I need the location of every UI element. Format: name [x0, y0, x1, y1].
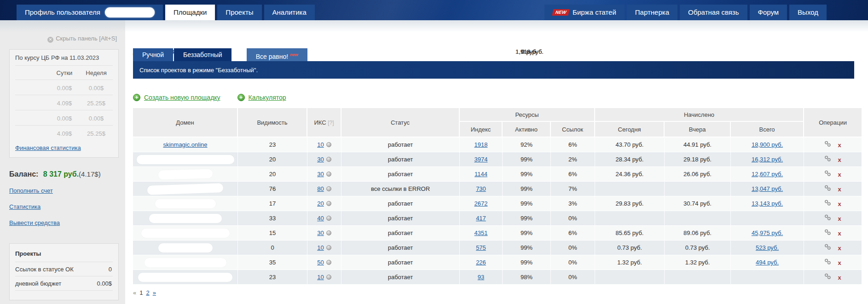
- iks-update-icon[interactable]: [326, 275, 331, 280]
- pagination-page-2[interactable]: 2: [146, 289, 149, 296]
- withdraw-link[interactable]: Вывести средства: [9, 219, 60, 226]
- main-area: РучнойБеззаботныйВсе равно!new Список пр…: [133, 48, 862, 296]
- links-icon[interactable]: [824, 214, 831, 222]
- total-link[interactable]: 12,607 руб.: [752, 171, 783, 178]
- index-link[interactable]: 4351: [475, 229, 488, 236]
- delete-icon[interactable]: x: [838, 259, 841, 266]
- total-link[interactable]: 13,047 руб.: [752, 185, 783, 192]
- index-link[interactable]: 417: [476, 215, 486, 222]
- cell-total: 13,143 руб.: [731, 196, 804, 211]
- top-nav-item-right-2[interactable]: Обратная связь: [680, 5, 747, 20]
- iks-link[interactable]: 30: [317, 171, 324, 178]
- top-nav-item-right-1[interactable]: Партнерка: [627, 5, 677, 20]
- delete-icon[interactable]: x: [838, 201, 841, 207]
- rate-day-usd: 4.09$: [49, 128, 80, 137]
- rate-week-usd: 25.25$: [80, 128, 113, 137]
- plus-circle-icon: +: [133, 94, 140, 101]
- iks-update-icon[interactable]: [326, 245, 331, 250]
- delete-icon[interactable]: x: [838, 274, 841, 281]
- iks-help-icon[interactable]: [?]: [328, 120, 334, 126]
- total-link[interactable]: 18,900 руб.: [752, 141, 783, 148]
- iks-link[interactable]: 50: [317, 259, 324, 266]
- cell-operations: x: [804, 182, 862, 196]
- top-nav-item-left-1[interactable]: Площадки: [165, 5, 215, 20]
- cell-visibility: 23: [238, 138, 307, 152]
- iks-update-icon[interactable]: [326, 142, 331, 147]
- iks-link[interactable]: 20: [317, 200, 324, 207]
- links-icon[interactable]: [824, 200, 831, 207]
- index-link[interactable]: 2672: [475, 200, 488, 207]
- delete-icon[interactable]: x: [838, 186, 841, 193]
- tab-label: Все равно!: [256, 53, 288, 60]
- delete-icon[interactable]: x: [838, 230, 841, 237]
- mode-tab-0[interactable]: Ручной: [133, 48, 173, 61]
- calculator-link[interactable]: +Калькулятор: [237, 94, 286, 101]
- header-visibility: Видимость: [238, 108, 307, 138]
- total-link[interactable]: 13,143 руб.: [752, 200, 783, 207]
- mode-tab-1[interactable]: Беззаботный: [174, 48, 231, 61]
- pagination-prev[interactable]: «: [133, 289, 136, 296]
- cell-domain: [133, 255, 238, 270]
- delete-icon[interactable]: x: [838, 215, 841, 222]
- index-link[interactable]: 226: [476, 259, 486, 266]
- iks-link[interactable]: 30: [317, 229, 324, 236]
- iks-update-icon[interactable]: [326, 186, 331, 191]
- links-icon[interactable]: [824, 273, 831, 281]
- total-link[interactable]: 523 руб.: [756, 244, 779, 251]
- links-icon[interactable]: [824, 229, 831, 237]
- statistics-link[interactable]: Статистика: [9, 203, 41, 210]
- iks-link[interactable]: 30: [317, 156, 324, 163]
- iks-update-icon[interactable]: [326, 157, 331, 162]
- pagination-next[interactable]: »: [153, 289, 156, 296]
- total-link[interactable]: 16,312 руб.: [752, 156, 783, 163]
- links-icon[interactable]: [824, 155, 831, 163]
- mode-tab-2[interactable]: Все равно!new: [247, 48, 307, 61]
- top-nav-item-right-4[interactable]: Выход: [789, 5, 827, 20]
- cell-today: [595, 182, 665, 196]
- header-operations: Операции: [804, 108, 862, 138]
- top-nav-item-left-2[interactable]: Проекты: [217, 5, 261, 20]
- index-link[interactable]: 93: [478, 274, 484, 281]
- delete-icon[interactable]: x: [838, 245, 841, 252]
- top-nav-item-left-3[interactable]: Аналитика: [264, 5, 315, 20]
- index-link[interactable]: 1918: [475, 141, 488, 148]
- links-icon[interactable]: [824, 185, 831, 193]
- cell-operations: x: [804, 196, 862, 211]
- total-link[interactable]: 45,975 руб.: [752, 229, 783, 236]
- index-link[interactable]: 575: [476, 244, 486, 251]
- table-row: 2310работает9398%0%x: [133, 270, 862, 285]
- iks-link[interactable]: 80: [317, 185, 324, 192]
- delete-icon[interactable]: x: [838, 156, 841, 163]
- iks-update-icon[interactable]: [326, 260, 331, 265]
- links-icon[interactable]: [824, 170, 831, 178]
- collapse-circle-icon: ✕: [47, 37, 53, 43]
- iks-link[interactable]: 10: [317, 274, 324, 281]
- total-link[interactable]: 494 руб.: [756, 259, 779, 266]
- iks-update-icon[interactable]: [326, 216, 331, 221]
- iks-link[interactable]: 10: [317, 244, 324, 251]
- delete-icon[interactable]: x: [838, 142, 841, 149]
- create-platform-link[interactable]: +Создать новую площадку: [133, 94, 220, 101]
- tab-label: Беззаботный: [183, 51, 222, 58]
- finance-stats-link[interactable]: Финансовая статистика: [15, 144, 81, 151]
- index-link[interactable]: 3974: [475, 156, 488, 163]
- top-nav-item-right-0[interactable]: NEWБиржа статей: [544, 5, 625, 20]
- iks-update-icon[interactable]: [326, 201, 331, 206]
- links-icon[interactable]: [824, 141, 831, 149]
- links-icon[interactable]: [824, 244, 831, 252]
- iks-update-icon[interactable]: [326, 172, 331, 177]
- top-nav-item-left-0[interactable]: Профиль пользователя: [17, 5, 163, 20]
- index-link[interactable]: 730: [476, 185, 486, 192]
- cell-today: 1.32 руб.: [595, 255, 665, 270]
- topup-link[interactable]: Пополнить счет: [9, 187, 53, 194]
- iks-link[interactable]: 40: [317, 215, 324, 222]
- iks-update-icon[interactable]: [326, 230, 331, 235]
- delete-icon[interactable]: x: [838, 171, 841, 178]
- index-link[interactable]: 1144: [475, 171, 487, 178]
- iks-link[interactable]: 10: [317, 141, 324, 148]
- links-icon[interactable]: [824, 258, 831, 266]
- cell-visibility: 76: [238, 182, 307, 196]
- top-nav-item-right-3[interactable]: Форум: [750, 5, 787, 20]
- hide-panel-toggle[interactable]: ✕Скрыть панель [Alt+S]: [0, 35, 117, 43]
- domain-link[interactable]: skinmagic.online: [163, 141, 207, 148]
